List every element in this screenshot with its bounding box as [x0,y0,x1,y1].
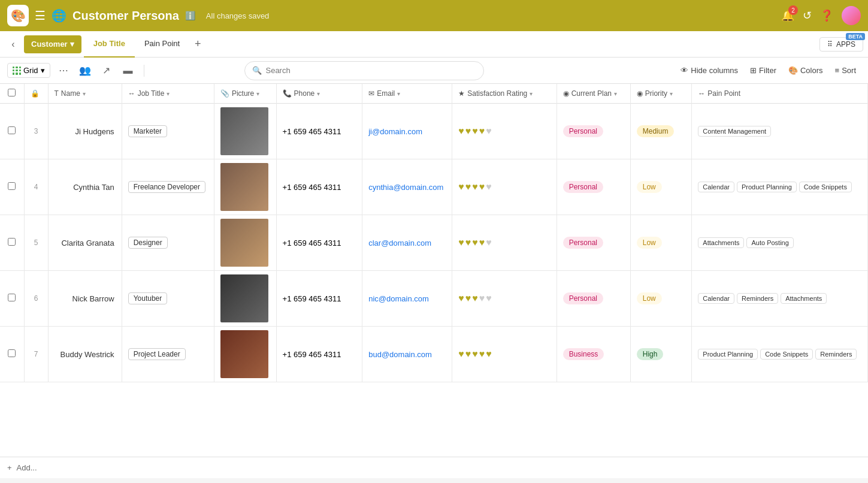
plan-badge: Personal [563,237,603,249]
tab-job-title[interactable]: Job Title [84,31,135,58]
email-link[interactable]: cynthia@domain.com [368,183,443,192]
share-icon[interactable]: ↗ [98,62,115,79]
add-row-button[interactable]: + Add... [0,457,868,478]
heart-3: ♥ [472,293,478,304]
apps-label: APPS [836,40,855,49]
col-checkbox[interactable] [0,84,24,104]
tab-toggle[interactable]: ‹ [5,36,22,53]
heart-4: ♥ [479,293,485,304]
pain-tag: Calendar [698,293,734,304]
grid-view-button[interactable]: Grid ▾ [7,63,50,78]
col-job-title[interactable]: ↔Job Title [122,84,214,104]
priority-cell: High [630,327,692,382]
sort-button[interactable]: ≡ Sort [830,64,861,77]
table-row: 3 Ji Hudgens Marketer +1 659 465 4311 ji… [0,104,868,159]
heart-4: ♥ [479,349,485,360]
jobtitle-cell: Designer [122,215,214,271]
col-plan[interactable]: ◉Current Plan [557,84,630,104]
row-checkbox-cell[interactable] [0,327,24,382]
row-checkbox[interactable] [8,238,16,246]
col-painpoint[interactable]: ↔Pain Point [692,84,868,104]
select-all-checkbox[interactable] [8,89,16,96]
colors-button[interactable]: 🎨 Colors [784,64,828,77]
heart-2: ♥ [465,182,471,192]
priority-sort-icon [670,89,673,98]
email-cell[interactable]: clar@domain.com [362,215,452,271]
col-priority[interactable]: ◉Priority [630,84,692,104]
sort-label: Sort [842,66,856,75]
row-checkbox[interactable] [8,182,16,190]
heart-4: ♥ [479,237,485,248]
team-icon[interactable]: 👥 [77,62,93,79]
email-cell[interactable]: cynthia@domain.com [362,159,452,215]
row-checkbox-cell[interactable] [0,159,24,215]
hearts-container: ♥♥♥♥♥ [458,293,550,304]
col-satisfaction[interactable]: ★Satisfaction Rating [452,84,557,104]
more-options-button[interactable]: ⋯ [55,62,72,79]
email-link[interactable]: ji@domain.com [368,127,422,136]
heart-3: ♥ [472,237,478,248]
pain-tag: Auto Posting [746,237,793,248]
hearts-container: ♥♥♥♥♥ [458,182,550,192]
hide-columns-button[interactable]: 👁 Hide columns [676,64,743,77]
name-cell: Nick Barrow [48,271,122,327]
col-name[interactable]: TName [48,84,122,104]
email-cell[interactable]: ji@domain.com [362,104,452,159]
jobtitle-cell: Freelance Developer [122,159,214,215]
email-link[interactable]: bud@domain.com [368,350,432,359]
priority-badge: High [637,348,664,360]
row-checkbox[interactable] [8,294,16,301]
view-icon[interactable]: ▬ [120,62,137,79]
phone-icon: 📞 [283,89,292,98]
phone-cell: +1 659 465 4311 [276,215,362,271]
pain-tags-container: Product PlanningCode SnippetsReminders [698,349,861,360]
row-checkbox[interactable] [8,126,16,134]
tab-add-button[interactable]: + [189,36,206,53]
help-icon[interactable]: ❓ [820,9,833,22]
hamburger-icon[interactable]: ☰ [35,8,46,23]
col-picture[interactable]: 📎Picture [214,84,276,104]
name-cell: Ji Hudgens [48,104,122,159]
heart-5: ♥ [486,237,492,248]
toolbar-separator [144,65,144,77]
history-icon[interactable]: ↺ [803,9,812,22]
row-checkbox-cell[interactable] [0,104,24,159]
priority-cell: Low [630,215,692,271]
col-email[interactable]: ✉Email [362,84,452,104]
avatar[interactable] [842,6,861,25]
pain-tag: Product Planning [737,182,797,192]
email-link[interactable]: nic@domain.com [368,294,429,303]
row-checkbox-cell[interactable] [0,215,24,271]
heart-1: ♥ [458,349,464,360]
filter-button[interactable]: ⊞ Filter [745,64,781,77]
pain-tag: Code Snippets [799,182,852,192]
notification-icon[interactable]: 🔔 2 [781,9,794,22]
email-link[interactable]: clar@domain.com [368,239,431,247]
satisfaction-cell: ♥♥♥♥♥ [452,159,557,215]
add-row-plus-icon: + [7,463,12,472]
job-tag: Freelance Developer [128,181,205,193]
phone-sort-icon [317,89,320,98]
tab-customer[interactable]: Customer ▾ [24,35,81,53]
satisfaction-cell: ♥♥♥♥♥ [452,215,557,271]
satisfaction-cell: ♥♥♥♥♥ [452,271,557,327]
info-icon[interactable]: ℹ️ [185,11,195,20]
apps-grid-icon: ⠿ [827,40,833,49]
row-checkbox[interactable] [8,349,16,357]
email-cell[interactable]: bud@domain.com [362,327,452,382]
row-checkbox-cell[interactable] [0,271,24,327]
plan-badge: Personal [563,181,603,193]
heart-3: ♥ [472,182,478,192]
plan-sort-icon [614,89,617,98]
apps-button[interactable]: ⠿ APPS BETA [819,37,863,52]
search-input[interactable] [265,66,476,75]
customer-chevron: ▾ [70,40,74,49]
col-phone[interactable]: 📞Phone [276,84,362,104]
heart-2: ♥ [465,237,471,248]
toolbar-right-actions: 👁 Hide columns ⊞ Filter 🎨 Colors ≡ Sort [676,64,861,77]
row-number: 5 [24,215,48,271]
lock-icon: 🔒 [31,89,40,98]
email-cell[interactable]: nic@domain.com [362,271,452,327]
tab-pain-point[interactable]: Pain Point [135,31,189,58]
heart-5: ♥ [486,349,492,360]
